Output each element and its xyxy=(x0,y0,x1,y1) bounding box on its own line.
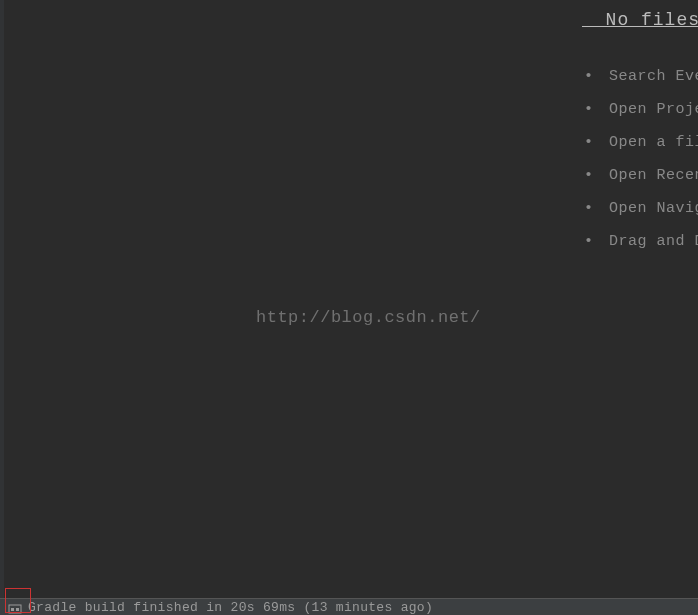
welcome-item-open-navigation[interactable]: Open Naviga xyxy=(584,192,698,225)
status-bar: Gradle build finished in 20s 69ms (13 mi… xyxy=(0,598,698,615)
status-message: Gradle build finished in 20s 69ms (13 mi… xyxy=(28,600,433,615)
welcome-item-open-recent[interactable]: Open Recent xyxy=(584,159,698,192)
welcome-item-open-file[interactable]: Open a file xyxy=(584,126,698,159)
welcome-title: No files xyxy=(582,10,698,32)
watermark-text: http://blog.csdn.net/ xyxy=(256,308,481,327)
editor-empty-area: No files Search Ever Open Proje Open a f… xyxy=(4,0,698,598)
welcome-item-drag-drop[interactable]: Drag and Dr xyxy=(584,225,698,258)
welcome-actions-list: Search Ever Open Proje Open a file Open … xyxy=(584,60,698,258)
welcome-item-search-everywhere[interactable]: Search Ever xyxy=(584,60,698,93)
highlight-annotation xyxy=(5,588,31,613)
welcome-item-open-project[interactable]: Open Proje xyxy=(584,93,698,126)
